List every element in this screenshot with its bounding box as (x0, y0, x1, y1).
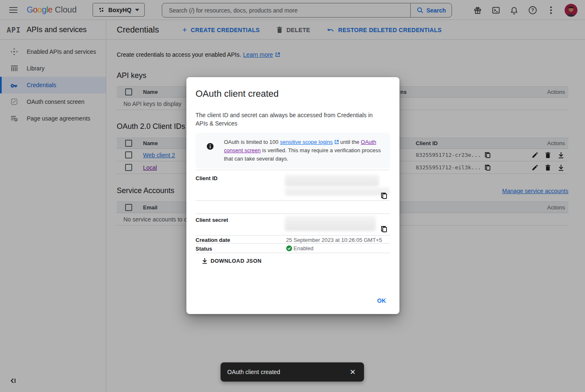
client-id-redacted-value (285, 187, 390, 196)
status-row: Status Enabled (196, 243, 390, 253)
oauth-client-created-dialog: OAuth client created The client ID and s… (186, 77, 399, 314)
ok-button[interactable]: OK (374, 296, 389, 306)
client-id-label: Client ID (196, 175, 218, 181)
dialog-body-text: The client ID and secret can always be a… (196, 111, 383, 128)
download-json-button[interactable]: DOWNLOAD JSON (202, 258, 261, 264)
client-secret-label: Client secret (196, 217, 228, 223)
creation-date-label: Creation date (196, 237, 230, 243)
status-badge: Enabled (286, 245, 314, 251)
client-secret-redacted-value (285, 216, 376, 231)
creation-date-value: 25 September 2023 at 10:26:05 GMT+5 (286, 237, 382, 243)
client-id-redacted-value (285, 175, 379, 186)
spacer-row (196, 200, 390, 214)
toast-close-icon[interactable]: ✕ (348, 366, 357, 378)
info-icon (206, 143, 214, 150)
info-banner: OAuth is limited to 100 sensitive scope … (196, 133, 390, 168)
copy-client-id-icon[interactable] (381, 192, 387, 199)
status-value: Enabled (294, 245, 314, 251)
status-label: Status (196, 246, 212, 252)
external-link-icon (334, 140, 339, 144)
creation-date-row: Creation date 25 September 2023 at 10:26… (196, 235, 390, 243)
dialog-title: OAuth client created (196, 88, 279, 99)
info-text-pre: OAuth is limited to 100 (224, 139, 280, 145)
client-id-row: Client ID (196, 170, 390, 200)
client-secret-row: Client secret (196, 214, 390, 235)
google-cloud-console: Google Cloud BoxyHQ Search (0, 0, 585, 392)
toast-message: OAuth client created (227, 369, 348, 375)
download-json-label: DOWNLOAD JSON (211, 258, 261, 264)
copy-client-secret-icon[interactable] (381, 226, 387, 233)
sensitive-scope-logins-link[interactable]: sensitive scope logins (280, 139, 332, 145)
download-icon (202, 258, 208, 264)
dialog-detail-rows: Client ID Client secret Creation date 25… (196, 170, 390, 253)
info-text-mid: until the (339, 139, 361, 145)
snackbar-toast: OAuth client created ✕ (221, 362, 364, 382)
check-circle-icon (286, 245, 292, 251)
info-banner-text: OAuth is limited to 100 sensitive scope … (224, 138, 383, 163)
